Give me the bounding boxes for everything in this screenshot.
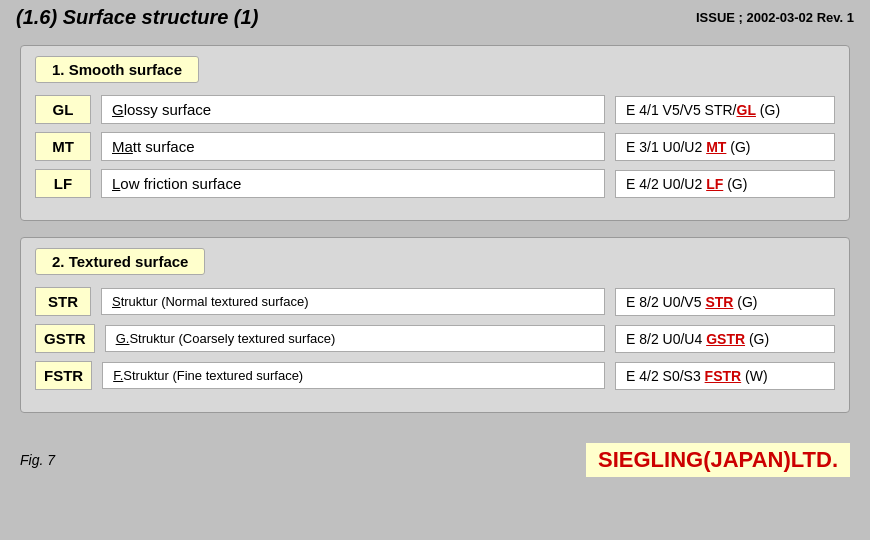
page-footer: Fig. 7 SIEGLING(JAPAN)LTD. xyxy=(0,439,870,477)
spec-mt: E 3/1 U0/U2 MT (G) xyxy=(615,133,835,161)
table-row: GL Glossy surface E 4/1 V5/V5 STR/GL (G) xyxy=(35,95,835,124)
desc-underline: S xyxy=(112,294,121,309)
desc-gstr: G.Struktur (Coarsely textured surface) xyxy=(105,325,605,352)
code-mt: MT xyxy=(35,132,91,161)
desc-mt: Matt surface xyxy=(101,132,605,161)
page-header: (1.6) Surface structure (1) ISSUE ; 2002… xyxy=(0,0,870,35)
table-row: STR Struktur (Normal textured surface) E… xyxy=(35,287,835,316)
smooth-section: 1. Smooth surface GL Glossy surface E 4/… xyxy=(20,45,850,221)
desc-underline: G xyxy=(112,101,124,118)
textured-section-label: 2. Textured surface xyxy=(35,248,205,275)
code-lf: LF xyxy=(35,169,91,198)
smooth-section-label: 1. Smooth surface xyxy=(35,56,199,83)
table-row: GSTR G.Struktur (Coarsely textured surfa… xyxy=(35,324,835,353)
desc-underline: L xyxy=(112,175,120,192)
figure-label: Fig. 7 xyxy=(20,452,55,468)
code-str: STR xyxy=(35,287,91,316)
code-gl: GL xyxy=(35,95,91,124)
desc-str: Struktur (Normal textured surface) xyxy=(101,288,605,315)
table-row: MT Matt surface E 3/1 U0/U2 MT (G) xyxy=(35,132,835,161)
spec-gstr: E 8/2 U0/U4 GSTR (G) xyxy=(615,325,835,353)
desc-lf: Low friction surface xyxy=(101,169,605,198)
highlight-mt: MT xyxy=(706,139,726,155)
code-gstr: GSTR xyxy=(35,324,95,353)
code-fstr: FSTR xyxy=(35,361,92,390)
main-content: 1. Smooth surface GL Glossy surface E 4/… xyxy=(0,35,870,439)
company-name: SIEGLING(JAPAN)LTD. xyxy=(586,443,850,477)
highlight-lf: LF xyxy=(706,176,723,192)
spec-gl: E 4/1 V5/V5 STR/GL (G) xyxy=(615,96,835,124)
highlight-fstr: FSTR xyxy=(705,368,742,384)
table-row: LF Low friction surface E 4/2 U0/U2 LF (… xyxy=(35,169,835,198)
textured-section: 2. Textured surface STR Struktur (Normal… xyxy=(20,237,850,413)
highlight-gl: GL xyxy=(737,102,756,118)
spec-fstr: E 4/2 S0/S3 FSTR (W) xyxy=(615,362,835,390)
issue-label: ISSUE ; 2002-03-02 Rev. 1 xyxy=(696,10,854,25)
desc-fstr: F.Struktur (Fine textured surface) xyxy=(102,362,605,389)
highlight-str: STR xyxy=(705,294,733,310)
page-title: (1.6) Surface structure (1) xyxy=(16,6,258,29)
desc-underline: F. xyxy=(113,368,123,383)
highlight-gstr: GSTR xyxy=(706,331,745,347)
desc-gl: Glossy surface xyxy=(101,95,605,124)
spec-str: E 8/2 U0/V5 STR (G) xyxy=(615,288,835,316)
spec-lf: E 4/2 U0/U2 LF (G) xyxy=(615,170,835,198)
desc-underline: G. xyxy=(116,331,130,346)
desc-underline: Ma xyxy=(112,138,133,155)
table-row: FSTR F.Struktur (Fine textured surface) … xyxy=(35,361,835,390)
